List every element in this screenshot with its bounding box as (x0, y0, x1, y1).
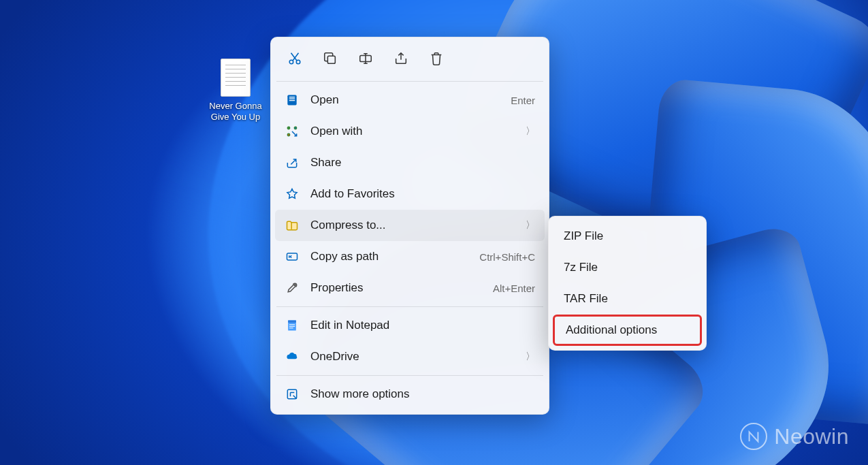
copy-button[interactable] (316, 46, 344, 71)
menu-item-open[interactable]: Open Enter (275, 84, 545, 116)
copy-path-icon (285, 249, 300, 264)
watermark: Neowin (740, 423, 849, 450)
submenu-label: TAR File (564, 292, 608, 306)
share-action-icon (393, 51, 408, 66)
rename-icon (358, 51, 373, 66)
context-menu: Open Enter Open with 〉 Share Add to Favo… (270, 37, 549, 415)
menu-item-share[interactable]: Share (275, 147, 545, 178)
menu-label: Show more options (310, 387, 535, 401)
menu-label: Open with (310, 125, 520, 138)
submenu-item-additional[interactable]: Additional options (553, 315, 702, 346)
desktop-file[interactable]: Never Gonna Give You Up (202, 59, 270, 123)
svg-rect-14 (288, 321, 296, 323)
watermark-text: Neowin (774, 424, 849, 449)
menu-label: Edit in Notepad (310, 319, 535, 332)
submenu-item-zip[interactable]: ZIP File (553, 221, 702, 252)
svg-point-8 (287, 127, 289, 129)
menu-shortcut: Alt+Enter (493, 283, 535, 294)
svg-point-12 (294, 285, 295, 286)
menu-item-open-with[interactable]: Open with 〉 (275, 116, 545, 147)
submenu-label: ZIP File (564, 229, 603, 243)
svg-rect-11 (287, 253, 298, 260)
svg-rect-16 (289, 326, 295, 327)
rename-button[interactable] (351, 46, 380, 71)
cut-button[interactable] (280, 46, 309, 71)
properties-icon (285, 280, 300, 295)
menu-label: Open (310, 93, 511, 107)
cut-icon (287, 51, 302, 66)
svg-rect-6 (289, 99, 295, 99)
divider (276, 81, 543, 82)
svg-rect-15 (289, 324, 295, 325)
open-with-icon (285, 124, 300, 139)
divider (276, 306, 543, 307)
menu-shortcut: Ctrl+Shift+C (479, 251, 535, 263)
share-icon (285, 155, 300, 170)
svg-point-10 (294, 127, 296, 129)
delete-button[interactable] (422, 46, 451, 71)
submenu-label: 7z File (564, 261, 598, 274)
menu-item-compress[interactable]: Compress to... 〉 (275, 210, 545, 241)
divider (276, 375, 543, 376)
chevron-right-icon: 〉 (526, 351, 535, 363)
watermark-logo-icon (740, 423, 767, 450)
menu-item-favorites[interactable]: Add to Favorites (275, 178, 545, 210)
chevron-right-icon: 〉 (526, 219, 535, 231)
menu-label: Properties (310, 281, 493, 295)
action-bar (275, 42, 545, 78)
menu-label: Compress to... (310, 219, 520, 232)
menu-item-copy-path[interactable]: Copy as path Ctrl+Shift+C (275, 241, 545, 272)
open-icon (285, 93, 300, 108)
submenu-label: Additional options (566, 323, 657, 337)
svg-rect-5 (289, 97, 295, 97)
svg-point-9 (287, 133, 289, 135)
onedrive-icon (285, 349, 300, 364)
menu-item-more-options[interactable]: Show more options (275, 379, 545, 410)
delete-icon (429, 51, 444, 66)
menu-label: Copy as path (310, 250, 479, 263)
desktop-file-label: Never Gonna Give You Up (202, 101, 270, 123)
menu-shortcut: Enter (511, 95, 535, 106)
menu-item-notepad[interactable]: Edit in Notepad (275, 310, 545, 341)
submenu-item-tar[interactable]: TAR File (553, 283, 702, 315)
more-icon (285, 387, 300, 402)
svg-point-0 (289, 60, 293, 64)
copy-icon (323, 51, 338, 66)
notepad-icon (285, 318, 300, 333)
svg-rect-7 (289, 100, 295, 101)
menu-label: OneDrive (310, 350, 520, 364)
chevron-right-icon: 〉 (526, 125, 535, 138)
menu-label: Add to Favorites (310, 187, 535, 201)
svg-point-1 (296, 60, 300, 64)
share-action-button[interactable] (387, 46, 415, 71)
text-file-icon (221, 59, 251, 97)
submenu-item-7z[interactable]: 7z File (553, 252, 702, 283)
compress-submenu: ZIP File 7z File TAR File Additional opt… (548, 216, 707, 351)
svg-rect-2 (327, 56, 335, 63)
svg-rect-17 (289, 327, 293, 328)
menu-item-properties[interactable]: Properties Alt+Enter (275, 272, 545, 304)
star-icon (285, 187, 300, 202)
menu-item-onedrive[interactable]: OneDrive 〉 (275, 341, 545, 372)
compress-icon (285, 218, 300, 233)
menu-label: Share (310, 156, 535, 170)
